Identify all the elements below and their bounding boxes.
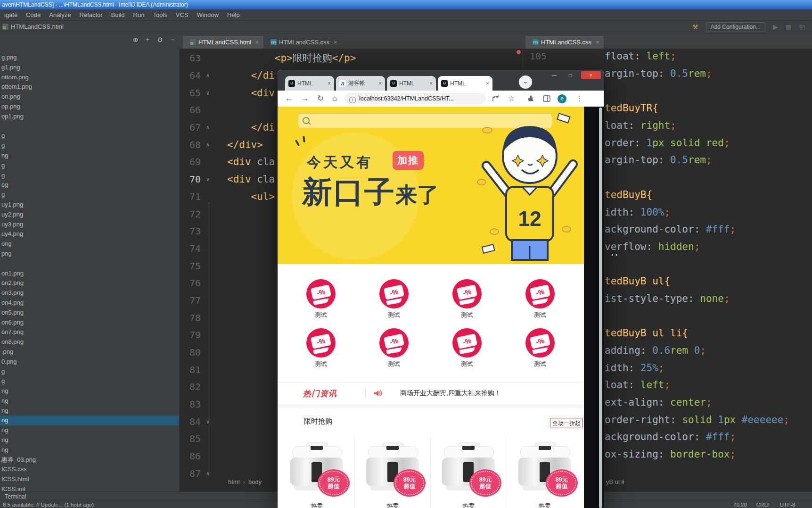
add-configuration-button[interactable]: Add Configuration... [706, 22, 765, 32]
url-text[interactable]: localhost:63342/HTMLandCSS/HT... [359, 95, 454, 102]
menu-item-tools[interactable]: Tools [148, 9, 171, 20]
project-file-item[interactable]: on6.png [0, 318, 179, 328]
breadcrumb-html[interactable]: html [228, 478, 240, 485]
breadcrumb-css-rule[interactable]: yB ul li [606, 478, 624, 485]
project-file-item[interactable]: ng [0, 406, 179, 416]
project-file-item[interactable]: ICSS.html [0, 475, 179, 484]
close-button[interactable]: × [581, 71, 601, 79]
menu-item-analyze[interactable]: Analyze [45, 9, 75, 20]
close-tab-icon[interactable]: × [328, 80, 331, 87]
gear-icon[interactable]: ⚙ [157, 36, 163, 43]
css-editor-breadcrumb[interactable]: yB ul li [606, 478, 624, 485]
project-file-item[interactable]: g.png [0, 53, 179, 63]
project-file-item[interactable]: ICSS.iml [0, 484, 179, 491]
terminal-button[interactable]: Terminal [5, 493, 26, 500]
collapse-icon[interactable]: ÷ [146, 36, 150, 43]
close-tab-icon[interactable]: × [334, 39, 337, 46]
status-widget[interactable]: UTF-8 [780, 501, 796, 508]
project-file-item[interactable]: 0.png [0, 357, 179, 367]
news-ticker[interactable]: 热门资讯 商场开业大酬宾,四重大礼来抢购！ [278, 383, 584, 404]
project-file-item[interactable] [0, 259, 179, 269]
project-file-item[interactable]: ottom.png [0, 73, 179, 83]
menu-item-code[interactable]: Code [22, 9, 45, 20]
product-item[interactable]: 89元超值热卖 [507, 437, 582, 508]
coupon-item[interactable]: -%测试 [284, 328, 357, 377]
project-file-item[interactable]: g [0, 131, 179, 141]
project-file-item[interactable]: on1.png [0, 269, 179, 279]
project-file-item[interactable]: g [0, 171, 179, 181]
editor-tab-HTMLandCSS.css[interactable]: HTMLandCSS.css× [525, 36, 604, 49]
project-file-item[interactable]: png [0, 249, 179, 259]
project-file-item[interactable]: g [0, 141, 179, 151]
project-file-item[interactable]: on2.png [0, 278, 179, 288]
profile-avatar[interactable]: e [558, 94, 566, 103]
project-file-item[interactable]: ng [0, 416, 179, 425]
menu-item-igate[interactable]: igate [0, 9, 22, 20]
close-tab-icon[interactable]: × [255, 39, 259, 46]
menu-item-window[interactable]: Window [193, 9, 223, 20]
back-icon[interactable]: ← [285, 93, 293, 104]
locate-icon[interactable]: ⊕ [133, 36, 139, 43]
project-file-item[interactable]: ottom1.png [0, 82, 179, 92]
coupon-item[interactable]: -%测试 [357, 279, 430, 328]
browser-menu-icon[interactable]: ⋮ [576, 93, 583, 104]
breadcrumb[interactable]: HTMLandCSS.html [11, 23, 64, 30]
reload-icon[interactable]: ↻ [317, 93, 324, 104]
fold-marker-icon[interactable]: ∨ [201, 176, 215, 183]
project-file-item[interactable]: ng [0, 151, 179, 161]
project-file-item[interactable]: uy2.png [0, 210, 179, 220]
project-file-item[interactable]: g [0, 161, 179, 171]
menu-item-run[interactable]: Run [129, 9, 149, 20]
flash-sale-promo-badge[interactable]: 全场一折起 [550, 418, 583, 427]
browser-tab[interactable]: HTML× [387, 76, 436, 91]
fold-marker-icon[interactable]: ∧ [201, 470, 215, 477]
editor-tab-HTMLandCSS.css[interactable]: HTMLandCSS.css× [263, 36, 342, 49]
project-file-item[interactable]: og [0, 180, 179, 190]
status-message[interactable]: 8.5 available: // Update... (1 hour ago) [3, 501, 94, 508]
project-file-item[interactable]: ng [0, 445, 179, 455]
breadcrumb-body[interactable]: body [248, 478, 262, 485]
extensions-puzzle-icon[interactable] [527, 95, 535, 102]
fold-marker-icon[interactable]: ∧ [201, 142, 215, 148]
home-icon[interactable]: ⌂ [332, 93, 337, 104]
project-file-item[interactable] [0, 122, 179, 132]
promo-banner[interactable]: 今天又有 加推 新口子来了 [278, 107, 584, 264]
coupon-item[interactable]: -%测试 [503, 328, 576, 377]
project-file-item[interactable]: uy4.png [0, 229, 179, 239]
maximize-button[interactable]: □ [563, 71, 577, 79]
project-file-item[interactable]: on.png [0, 92, 179, 102]
project-file-item[interactable]: uy3.png [0, 220, 179, 230]
run-icon[interactable]: ▶ [773, 23, 778, 31]
page-scrollbar[interactable] [599, 108, 602, 508]
side-panel-icon[interactable] [543, 95, 550, 102]
list-icon[interactable]: ▤ [799, 23, 805, 31]
close-tab-icon[interactable]: × [429, 80, 433, 87]
project-file-item[interactable]: op1.png [0, 112, 179, 122]
project-file-item[interactable]: g [0, 190, 179, 200]
project-file-item[interactable]: g [0, 367, 179, 377]
project-file-item[interactable]: ng [0, 396, 179, 406]
tab-search-icon[interactable]: ⌄ [519, 75, 532, 89]
project-file-item[interactable]: g [0, 376, 179, 386]
site-info-icon[interactable]: i [349, 97, 356, 103]
coupon-item[interactable]: -%测试 [284, 279, 357, 328]
coupon-item[interactable]: -%测试 [357, 328, 430, 377]
hide-panel-icon[interactable]: − [171, 36, 174, 43]
forward-icon[interactable]: → [301, 93, 309, 104]
menu-item-help[interactable]: Help [223, 9, 244, 20]
project-file-item[interactable]: ng [0, 425, 179, 435]
project-file-item[interactable]: op.png [0, 102, 179, 112]
project-file-item[interactable]: on3.png [0, 288, 179, 298]
product-item[interactable]: 89元超值热卖 [355, 437, 431, 508]
project-file-item[interactable]: on7.png [0, 327, 179, 337]
address-bar[interactable]: ilocalhost:63342/HTMLandCSS/HT... [344, 93, 486, 104]
project-file-item[interactable]: ong [0, 239, 179, 249]
project-file-item[interactable]: on8.png [0, 337, 179, 347]
product-item[interactable]: 89元超值热卖 [431, 437, 507, 508]
coupon-item[interactable]: -%测试 [430, 328, 503, 377]
project-file-item[interactable]: ng [0, 386, 179, 396]
grid-icon[interactable]: ▦ [786, 23, 792, 31]
share-icon[interactable] [492, 95, 500, 102]
project-file-item[interactable]: on5.png [0, 308, 179, 318]
status-widget[interactable]: 70:20 [733, 501, 747, 508]
